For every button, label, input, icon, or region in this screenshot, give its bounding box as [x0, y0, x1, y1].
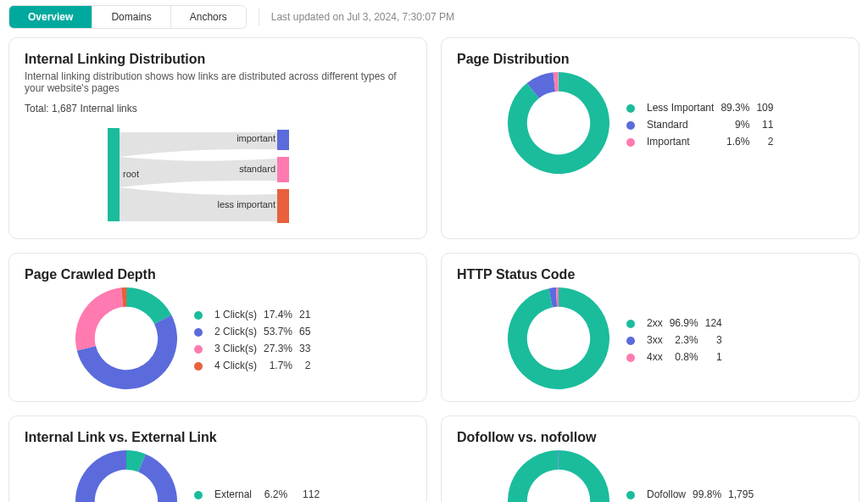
panel-internal-linking: Internal Linking Distribution Internal l…: [8, 37, 427, 239]
legend-pct: 1.6%: [721, 133, 756, 150]
legend-row: Important1.6%2: [626, 133, 780, 150]
donut-http-status: [508, 287, 609, 393]
legend-pct: 96.9%: [670, 315, 705, 332]
legend-count: 124: [705, 315, 729, 332]
panel-http-status: HTTP Status Code 2xx96.9%1243xx2.3%34xx0…: [441, 253, 860, 402]
legend-count: 109: [756, 99, 780, 116]
legend-row: Dofollow99.8%1,795: [626, 486, 760, 502]
tab-domains[interactable]: Domains: [92, 6, 170, 28]
tab-label: Domains: [111, 11, 151, 23]
panel-title: Internal Link vs. External Link: [25, 430, 411, 445]
legend-label: 2 Click(s): [214, 323, 264, 340]
tab-group: Overview Domains Anchors: [8, 5, 247, 29]
legend-swatch: [626, 486, 647, 502]
legend-label: 2xx: [647, 315, 670, 332]
legend-pct: 17.4%: [264, 306, 299, 323]
legend-row: 4 Click(s)1.7%2: [194, 357, 317, 374]
panel-subtitle: Internal linking distribution shows how …: [25, 70, 411, 94]
legend-swatch: [626, 133, 647, 150]
legend-http-status: 2xx96.9%1243xx2.3%34xx0.8%1: [626, 315, 729, 365]
legend-row: 1 Click(s)17.4%21: [194, 306, 317, 323]
panel-page-distribution: Page Distribution Less Important89.3%109…: [441, 37, 860, 239]
legend-swatch: [194, 306, 214, 323]
legend-label: 4xx: [647, 349, 670, 365]
panel-dofollow: Dofollow vs. nofollow Dofollow99.8%1,795…: [441, 416, 860, 502]
legend-label: 3xx: [647, 332, 670, 349]
legend-pct: 53.7%: [264, 323, 299, 340]
panel-title: Page Crawled Depth: [25, 267, 411, 282]
panel-page-crawled-depth: Page Crawled Depth 1 Click(s)17.4%212 Cl…: [8, 253, 427, 402]
legend-row: 4xx0.8%1: [626, 349, 729, 365]
legend-label: External: [214, 486, 259, 502]
legend-count: 112: [294, 486, 326, 502]
panel-total: Total: 1,687 Internal links: [25, 103, 411, 114]
donut-page-distribution: [508, 72, 609, 177]
legend-count: 11: [756, 116, 780, 133]
panel-internal-external: Internal Link vs. External Link External…: [8, 416, 427, 502]
legend-label: Dofollow: [647, 486, 693, 502]
sankey-chart: root important standard less important: [25, 120, 411, 230]
legend-label: 3 Click(s): [214, 340, 264, 357]
sankey-node-root: root: [123, 169, 139, 179]
legend-count: 1: [705, 349, 729, 365]
legend-row: Standard9%11: [626, 116, 780, 133]
legend-pct: 2.3%: [670, 332, 705, 349]
sankey-node-standard: standard: [239, 164, 275, 174]
legend-pct: 89.3%: [721, 99, 756, 116]
legend-internal-external: External6.2%112Internal93.8%1,687: [194, 486, 326, 502]
legend-swatch: [194, 340, 214, 357]
panel-title: HTTP Status Code: [457, 267, 843, 282]
legend-page-distribution: Less Important89.3%109Standard9%11Import…: [626, 99, 780, 150]
tab-label: Anchors: [190, 11, 227, 23]
donut-internal-external: [75, 450, 177, 502]
legend-row: 3xx2.3%3: [626, 332, 729, 349]
legend-label: 1 Click(s): [214, 306, 264, 323]
panel-title: Dofollow vs. nofollow: [457, 430, 843, 445]
svg-rect-3: [277, 189, 289, 223]
legend-count: 21: [299, 306, 317, 323]
legend-dofollow: Dofollow99.8%1,795Nofollow0.2%4: [626, 486, 760, 502]
legend-count: 65: [299, 323, 317, 340]
legend-pct: 1.7%: [264, 357, 299, 374]
legend-row: 2 Click(s)53.7%65: [194, 323, 317, 340]
donut-dofollow: [508, 450, 609, 502]
legend-count: 3: [705, 332, 729, 349]
legend-pct: 27.3%: [264, 340, 299, 357]
legend-swatch: [626, 116, 647, 133]
legend-swatch: [194, 486, 214, 502]
legend-swatch: [626, 332, 647, 349]
legend-pct: 0.8%: [670, 349, 705, 365]
legend-row: Less Important89.3%109: [626, 99, 780, 116]
svg-rect-1: [277, 130, 289, 150]
legend-pct: 6.2%: [259, 486, 294, 502]
legend-label: 4 Click(s): [214, 357, 264, 374]
legend-label: Standard: [647, 116, 721, 133]
legend-pct: 99.8%: [693, 486, 728, 502]
legend-row: 3 Click(s)27.3%33: [194, 340, 317, 357]
panel-title: Page Distribution: [457, 52, 843, 67]
legend-swatch: [194, 323, 214, 340]
legend-count: 1,795: [728, 486, 760, 502]
svg-rect-0: [108, 128, 120, 221]
legend-page-crawled-depth: 1 Click(s)17.4%212 Click(s)53.7%653 Clic…: [194, 306, 317, 374]
legend-swatch: [194, 357, 214, 374]
svg-rect-2: [277, 157, 289, 182]
tab-overview[interactable]: Overview: [9, 6, 92, 28]
sankey-node-important: important: [236, 133, 275, 143]
vertical-separator: [259, 8, 259, 25]
legend-label: Important: [647, 133, 721, 150]
last-updated: Last updated on Jul 3, 2024, 7:30:07 PM: [271, 11, 454, 23]
tab-anchors[interactable]: Anchors: [170, 6, 246, 28]
legend-count: 2: [299, 357, 317, 374]
legend-row: 2xx96.9%124: [626, 315, 729, 332]
legend-pct: 9%: [721, 116, 756, 133]
donut-page-crawled-depth: [75, 287, 177, 393]
legend-count: 33: [299, 340, 317, 357]
legend-count: 2: [756, 133, 780, 150]
sankey-node-less-important: less important: [218, 199, 275, 209]
tab-label: Overview: [28, 11, 73, 23]
panel-title: Internal Linking Distribution: [25, 52, 411, 67]
legend-swatch: [626, 315, 647, 332]
legend-row: External6.2%112: [194, 486, 326, 502]
legend-swatch: [626, 99, 647, 116]
